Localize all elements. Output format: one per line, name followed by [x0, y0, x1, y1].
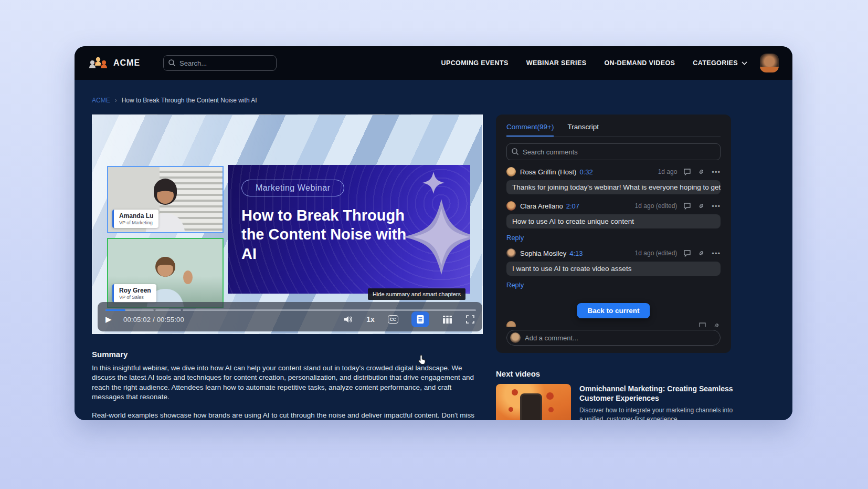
nav-link-categories-label: CATEGORIES	[693, 59, 738, 67]
reply-link[interactable]: Reply	[506, 234, 721, 242]
speaker-title: VP of Marketing	[119, 220, 153, 225]
slide-tag: Marketing Webinar	[241, 180, 344, 196]
playback-speed-button[interactable]: 1x	[366, 315, 375, 324]
next-videos-heading: Next videos	[496, 369, 540, 378]
nav-link-upcoming-events[interactable]: UPCOMING EVENTS	[441, 59, 508, 67]
chapters-grid-icon[interactable]	[442, 315, 452, 324]
breadcrumb-separator-icon: ›	[115, 97, 117, 104]
comment-video-timestamp[interactable]: 2:07	[566, 202, 579, 210]
slide-title: How to Break Through the Content Noise w…	[241, 206, 415, 263]
comment-video-timestamp[interactable]: 0:32	[579, 168, 592, 176]
chevron-down-icon	[742, 61, 747, 65]
copy-link-icon[interactable]	[697, 249, 705, 257]
app-window: ACME UPCOMING EVENTS WEBINAR SERIES ON-D…	[75, 46, 792, 420]
nav-link-webinar-series[interactable]: WEBINAR SERIES	[526, 59, 587, 67]
comment-text: Thanks for joining today's webinar! What…	[506, 180, 721, 194]
reply-bubble-icon[interactable]	[683, 202, 691, 210]
reply-bubble-icon[interactable]	[683, 249, 691, 257]
summary-list-icon	[416, 315, 425, 324]
webinar-slide: Marketing Webinar How to Break Through t…	[228, 165, 470, 294]
next-video-description: Discover how to integrate your marketing…	[579, 406, 734, 420]
time-display: 00:05:02 / 00:55:00	[123, 316, 184, 324]
speaker-name-tag: Roy Green VP of Sales	[112, 284, 156, 303]
comment-text: How to use AI to create unique content	[506, 214, 721, 228]
video-player[interactable]: Amanda Lu VP of Marketing Roy Green	[92, 115, 483, 334]
more-actions-icon[interactable]: •••	[712, 249, 721, 257]
breadcrumb: ACME › How to Break Through the Content …	[92, 97, 257, 104]
search-icon	[511, 148, 519, 155]
fullscreen-icon[interactable]	[465, 315, 475, 324]
captions-button[interactable]: CC	[388, 315, 398, 324]
next-video-card[interactable]: Omnichannel Marketing: Creating Seamless…	[496, 384, 734, 420]
tab-comments[interactable]: Comment(99+)	[506, 123, 554, 137]
top-navbar: ACME UPCOMING EVENTS WEBINAR SERIES ON-D…	[75, 46, 792, 80]
copy-link-icon[interactable]	[697, 168, 705, 175]
add-comment-box	[506, 330, 721, 346]
panel-tabs: Comment(99+) Transcript	[506, 123, 721, 137]
comment-age: 1d ago (edited)	[635, 202, 678, 210]
play-button[interactable]: ▶	[105, 315, 117, 324]
chapter-segment[interactable]	[183, 309, 476, 311]
add-comment-input[interactable]	[506, 330, 721, 346]
page-background: ACME UPCOMING EVENTS WEBINAR SERIES ON-D…	[0, 0, 868, 489]
star-decoration-small	[422, 171, 445, 194]
summary-paragraph-1: In this insightful webinar, we dive into…	[92, 363, 485, 402]
speaker-name: Amanda Lu	[119, 212, 153, 220]
comment-author: Sophia Mosiley	[520, 249, 566, 257]
avatar	[506, 201, 516, 211]
acme-logo-icon	[88, 56, 108, 70]
star-decoration-large	[402, 197, 470, 276]
next-video-title[interactable]: Omnichannel Marketing: Creating Seamless…	[579, 384, 734, 403]
speaker-name: Roy Green	[119, 287, 151, 294]
chapter-segment[interactable]	[105, 309, 154, 311]
summary-toggle-tooltip: Hide summary and smart chapters	[368, 288, 465, 300]
avatar	[506, 321, 516, 327]
speaker-title: VP of Sales	[119, 295, 151, 300]
comment-age: 1d ago (edited)	[635, 249, 678, 257]
back-to-current-button[interactable]: Back to current	[577, 303, 650, 318]
comment-item: Sophia Mosiley 4:13 1d ago (edited) ••• …	[506, 248, 721, 289]
summary-section: Summary In this insightful webinar, we d…	[92, 350, 485, 420]
video-control-bar: ▶ 00:05:02 / 00:55:00 1x CC	[98, 302, 482, 331]
summary-chapters-toggle-button[interactable]	[411, 311, 429, 327]
thumbnail-phone-graphic	[520, 393, 542, 420]
brand-logo[interactable]: ACME	[88, 56, 140, 70]
user-avatar[interactable]	[760, 54, 779, 72]
brand-name: ACME	[113, 58, 140, 68]
comment-text: I want to use AI to create video assets	[506, 262, 721, 276]
search-input[interactable]	[163, 55, 277, 71]
search-icon	[168, 59, 176, 67]
comments-search-input[interactable]	[506, 143, 721, 160]
chapter-segment[interactable]	[155, 309, 181, 311]
comment-item: Rosa Griffin (Host) 0:32 1d ago ••• Than…	[506, 167, 721, 194]
breadcrumb-home-link[interactable]: ACME	[92, 97, 110, 104]
avatar	[510, 332, 521, 343]
comment-age: 1d ago	[658, 168, 678, 175]
comment-video-timestamp[interactable]: 4:13	[569, 249, 583, 257]
comments-panel: Comment(99+) Transcript Rosa Griffin (Ho	[496, 115, 731, 353]
speaker-tile-amanda: Amanda Lu VP of Marketing	[107, 166, 224, 233]
nav-link-categories[interactable]: CATEGORIES	[693, 59, 747, 67]
next-video-thumbnail[interactable]	[496, 384, 571, 420]
comment-item-partial	[506, 321, 721, 327]
nav-search	[163, 55, 277, 71]
reply-link[interactable]: Reply	[506, 281, 721, 289]
copy-link-icon[interactable]	[697, 202, 705, 210]
comment-author: Rosa Griffin (Host)	[520, 168, 576, 176]
comment-author: Clara Arellano	[520, 202, 563, 210]
nav-link-on-demand-videos[interactable]: ON-DEMAND VIDEOS	[604, 59, 675, 67]
more-actions-icon[interactable]: •••	[712, 202, 721, 210]
tab-transcript[interactable]: Transcript	[567, 123, 599, 136]
more-actions-icon[interactable]: •••	[712, 168, 721, 176]
reply-bubble-icon[interactable]	[683, 168, 691, 175]
reply-bubble-icon	[698, 322, 706, 327]
comments-list: Rosa Griffin (Host) 0:32 1d ago ••• Than…	[506, 167, 721, 289]
progress-fill	[105, 309, 125, 311]
speaker-name-tag: Amanda Lu VP of Marketing	[112, 210, 158, 228]
progress-bar[interactable]	[105, 309, 476, 311]
volume-icon[interactable]	[343, 315, 353, 324]
nav-links: UPCOMING EVENTS WEBINAR SERIES ON-DEMAND…	[441, 59, 747, 67]
summary-paragraph-2: Real-world examples showcase how brands …	[92, 411, 485, 420]
summary-heading: Summary	[92, 350, 485, 359]
comments-search	[506, 143, 721, 160]
